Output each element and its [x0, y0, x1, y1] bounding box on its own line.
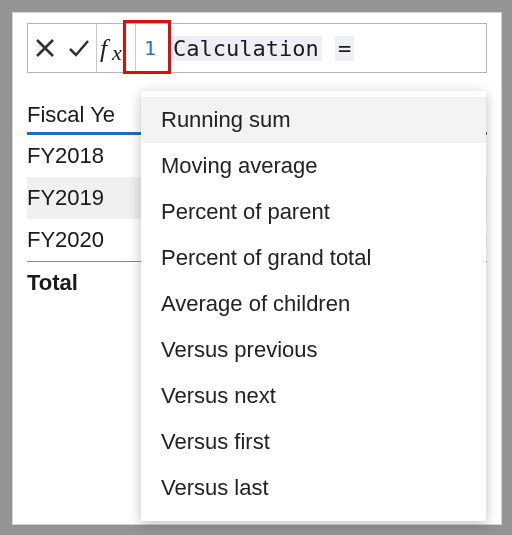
svg-text:x: x: [111, 40, 122, 63]
visual-panel: f x 1 Calculation = Fiscal Ye p FY20188F…: [12, 12, 502, 525]
x-icon: [34, 37, 56, 59]
dropdown-item[interactable]: Percent of parent: [141, 189, 486, 235]
fx-icon: f x: [100, 33, 132, 63]
commit-button[interactable]: [62, 24, 96, 72]
dropdown-item[interactable]: Moving average: [141, 143, 486, 189]
cell-fiscal-year: FY2018: [27, 143, 142, 169]
dropdown-item[interactable]: Running sum: [141, 97, 486, 143]
check-icon: [67, 36, 91, 60]
svg-text:f: f: [100, 34, 111, 63]
fx-button[interactable]: f x: [96, 24, 136, 72]
dropdown-item[interactable]: Average of children: [141, 281, 486, 327]
formula-name: Calculation: [170, 36, 322, 61]
formula-op: =: [335, 36, 354, 61]
cancel-button[interactable]: [28, 24, 62, 72]
header-fiscal-year[interactable]: Fiscal Ye: [27, 102, 142, 128]
formula-input[interactable]: Calculation =: [164, 36, 486, 61]
total-label: Total: [27, 270, 142, 296]
dropdown-item[interactable]: Versus next: [141, 373, 486, 419]
dropdown-item[interactable]: Versus previous: [141, 327, 486, 373]
calculation-dropdown: Running sumMoving averagePercent of pare…: [141, 91, 486, 521]
cell-fiscal-year: FY2019: [27, 185, 142, 211]
dropdown-item[interactable]: Versus first: [141, 419, 486, 465]
formula-bar: f x 1 Calculation =: [27, 23, 487, 73]
dropdown-item[interactable]: Versus last: [141, 465, 486, 511]
cell-fiscal-year: FY2020: [27, 227, 142, 253]
formula-line-number: 1: [136, 36, 164, 60]
dropdown-item[interactable]: Percent of grand total: [141, 235, 486, 281]
